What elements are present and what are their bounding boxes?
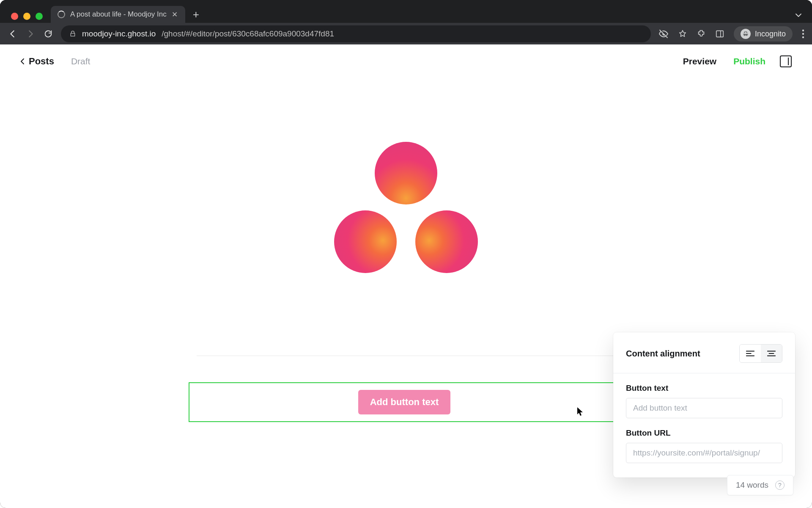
url-path: /ghost/#/editor/post/630c68afc609a9003d4… [162,29,334,39]
back-to-posts-link[interactable]: Posts [20,56,54,67]
alignment-toggle-group [739,344,782,363]
publish-button[interactable]: Publish [733,56,765,66]
button-placeholder[interactable]: Add button text [358,390,451,414]
button-card-block[interactable]: Add button text [189,382,620,422]
svg-rect-0 [716,31,724,37]
editor-canvas[interactable]: Add button text Content alignment [0,78,812,508]
popover-divider [613,373,795,373]
button-url-label: Button URL [626,428,782,438]
window-close-button[interactable] [11,13,18,20]
divider-block[interactable] [197,356,620,356]
alignment-row: Content alignment [626,344,782,363]
window-zoom-button[interactable] [36,13,43,20]
address-bar: moodjoy-inc.ghost.io/ghost/#/editor/post… [0,23,812,45]
toolbar-right: Incognito [658,26,804,41]
extensions-icon[interactable] [697,29,706,39]
alignment-label: Content alignment [626,349,700,359]
button-text-input[interactable] [626,398,782,418]
gradient-circle-icon [415,210,478,273]
new-tab-button[interactable]: + [193,9,199,20]
align-center-button[interactable] [761,345,782,362]
tab-title: A post about life - Moodjoy Inc [70,10,167,19]
settings-panel-toggle[interactable] [780,55,792,67]
gradient-circle-icon [375,142,437,204]
preview-button[interactable]: Preview [683,56,716,66]
tab-strip: A post about life - Moodjoy Inc ✕ + [51,6,199,23]
gradient-circle-icon [334,210,397,273]
word-count-label: 14 words [736,480,768,490]
window-minimize-button[interactable] [23,13,30,20]
browser-tab[interactable]: A post about life - Moodjoy Inc ✕ [51,6,185,23]
lock-icon [69,30,76,37]
side-panel-icon[interactable] [715,29,724,39]
mouse-cursor-icon [577,407,584,416]
forward-button[interactable] [25,29,36,39]
button-url-field: Button URL [626,428,782,463]
tabs-dropdown-button[interactable] [794,11,803,19]
svg-point-4 [802,36,804,38]
help-icon[interactable]: ? [775,480,785,490]
incognito-indicator[interactable]: Incognito [734,26,793,41]
tab-close-button[interactable]: ✕ [172,10,178,19]
word-count-pill: 14 words ? [727,475,793,495]
image-block[interactable] [334,142,478,277]
loading-spinner-icon [58,11,65,18]
post-status-label: Draft [71,56,91,66]
window-controls [11,13,43,20]
incognito-label: Incognito [755,30,786,39]
browser-chrome: A post about life - Moodjoy Inc ✕ + mood… [0,0,812,44]
button-text-label: Button text [626,384,782,393]
url-input[interactable]: moodjoy-inc.ghost.io/ghost/#/editor/post… [61,25,651,42]
back-label: Posts [29,56,54,67]
back-button[interactable] [8,29,18,39]
browser-menu-button[interactable] [802,29,804,39]
svg-point-3 [802,33,804,35]
editor-page: Posts Draft Preview Publish Add button t… [0,44,812,508]
eye-off-icon[interactable] [658,29,669,39]
bookmark-star-icon[interactable] [678,29,687,39]
card-settings-popover: Content alignment Button text [613,332,795,478]
window-frame: A post about life - Moodjoy Inc ✕ + mood… [0,0,812,508]
incognito-icon [741,29,751,39]
align-left-button[interactable] [740,345,761,362]
button-url-input[interactable] [626,443,782,463]
url-host: moodjoy-inc.ghost.io [82,29,156,39]
chevron-left-icon [20,58,25,65]
button-text-field: Button text [626,384,782,418]
reload-button[interactable] [43,29,53,39]
svg-point-2 [802,30,804,31]
editor-header: Posts Draft Preview Publish [0,44,812,78]
